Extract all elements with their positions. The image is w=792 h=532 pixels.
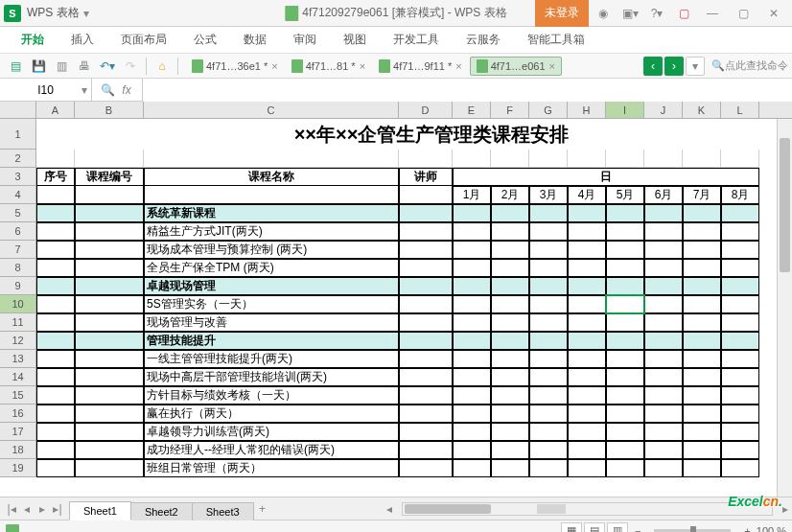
cell[interactable] [568, 259, 606, 277]
cell[interactable] [568, 295, 606, 313]
col-header-D[interactable]: D [399, 102, 453, 118]
vertical-scrollbar[interactable] [777, 119, 792, 497]
cell[interactable] [75, 313, 144, 332]
cell[interactable] [606, 295, 644, 313]
cell[interactable] [491, 222, 529, 241]
cell[interactable] [453, 405, 491, 423]
cell[interactable] [683, 350, 721, 368]
course-name[interactable]: 5S管理实务（一天） [144, 295, 399, 313]
cell[interactable] [491, 241, 529, 259]
cell[interactable] [453, 350, 491, 368]
cell[interactable] [399, 459, 453, 477]
cell[interactable] [399, 423, 453, 441]
doc-tab-close-icon[interactable]: × [455, 60, 461, 72]
zoom-out-button[interactable]: − [635, 525, 641, 533]
cell[interactable] [399, 313, 453, 332]
hdr-name[interactable]: 课程名称 [144, 168, 399, 186]
cell[interactable] [568, 204, 606, 222]
cell[interactable] [36, 350, 75, 368]
hdr-seq[interactable]: 序号 [36, 168, 75, 186]
cell[interactable] [606, 313, 644, 332]
course-name[interactable]: 班组日常管理（两天） [144, 459, 399, 477]
cell[interactable] [491, 386, 529, 405]
cell[interactable] [453, 386, 491, 405]
course-name[interactable]: 方针目标与绩效考核（一天） [144, 386, 399, 405]
cell[interactable] [683, 459, 721, 477]
row-header-16[interactable]: 16 [0, 405, 36, 423]
col-header-J[interactable]: J [644, 102, 683, 118]
cell[interactable] [529, 204, 568, 222]
doc-tab-2[interactable]: 4f71…9f11 *× [373, 58, 468, 75]
cell[interactable] [683, 441, 721, 459]
cell[interactable] [644, 423, 683, 441]
feedback-icon[interactable]: ▢ [671, 0, 696, 27]
row-header-3[interactable]: 3 [0, 168, 36, 186]
add-sheet-button[interactable]: + [253, 502, 272, 516]
row-header-7[interactable]: 7 [0, 241, 36, 259]
sheet-tab-1[interactable]: Sheet2 [130, 502, 193, 520]
cell[interactable] [683, 277, 721, 295]
cell[interactable] [568, 423, 606, 441]
cell[interactable] [721, 241, 759, 259]
cell[interactable] [399, 204, 453, 222]
cell[interactable] [721, 459, 759, 477]
cell[interactable] [75, 386, 144, 405]
cell[interactable] [399, 277, 453, 295]
cell[interactable] [568, 241, 606, 259]
command-search[interactable]: 🔍 点此查找命令 [711, 58, 788, 73]
cell[interactable] [529, 368, 568, 386]
cell[interactable] [721, 386, 759, 405]
course-name[interactable]: 赢在执行（两天） [144, 405, 399, 423]
course-name[interactable]: 现场管理与改善 [144, 313, 399, 332]
cell[interactable] [529, 295, 568, 313]
close-button[interactable]: ✕ [759, 0, 788, 27]
cell[interactable] [644, 332, 683, 350]
cell[interactable] [75, 332, 144, 350]
cell[interactable] [683, 204, 721, 222]
hdr-month-6[interactable]: 7月 [683, 186, 721, 204]
cell[interactable] [144, 186, 399, 204]
cell[interactable] [399, 222, 453, 241]
cell[interactable] [683, 332, 721, 350]
sync-icon[interactable]: ◉ [591, 0, 616, 27]
cell[interactable] [529, 259, 568, 277]
menu-item-0[interactable]: 开始 [8, 27, 58, 54]
tab-nav-prev[interactable]: ‹ [643, 57, 663, 76]
cell[interactable] [529, 441, 568, 459]
cell[interactable] [644, 204, 683, 222]
maximize-button[interactable]: ▢ [729, 0, 757, 27]
cell[interactable] [453, 277, 491, 295]
row-header-9[interactable]: 9 [0, 277, 36, 295]
hdr-month-5[interactable]: 6月 [644, 186, 683, 204]
cell[interactable] [683, 150, 721, 168]
zoom-level[interactable]: 100 % [757, 525, 786, 533]
row-header-17[interactable]: 17 [0, 423, 36, 441]
cell[interactable] [36, 459, 75, 477]
row-header-2[interactable]: 2 [0, 150, 36, 168]
formula-input[interactable] [143, 79, 792, 102]
cell[interactable] [399, 332, 453, 350]
menu-item-3[interactable]: 公式 [180, 27, 230, 54]
cell[interactable] [568, 459, 606, 477]
cell[interactable] [453, 259, 491, 277]
cell[interactable] [75, 241, 144, 259]
cell[interactable] [606, 368, 644, 386]
sheet-title[interactable]: ××年××企管生产管理类课程安排 [144, 119, 719, 150]
zoom-in-button[interactable]: + [744, 525, 750, 533]
redo-icon[interactable]: ↷ [120, 56, 141, 77]
course-name[interactable]: 管理技能提升 [144, 332, 399, 350]
cell[interactable] [36, 386, 75, 405]
col-header-H[interactable]: H [568, 102, 606, 118]
row-header-19[interactable]: 19 [0, 459, 36, 477]
cell[interactable] [36, 405, 75, 423]
minimize-button[interactable]: — [698, 0, 727, 27]
cell[interactable] [36, 222, 75, 241]
course-name[interactable]: 一线主管管理技能提升(两天) [144, 350, 399, 368]
cell[interactable] [683, 423, 721, 441]
cell[interactable] [491, 405, 529, 423]
cell[interactable] [36, 423, 75, 441]
app-menu-dropdown-icon[interactable]: ▾ [83, 7, 89, 20]
col-header-F[interactable]: F [491, 102, 529, 118]
cell[interactable] [75, 441, 144, 459]
cell[interactable] [529, 222, 568, 241]
